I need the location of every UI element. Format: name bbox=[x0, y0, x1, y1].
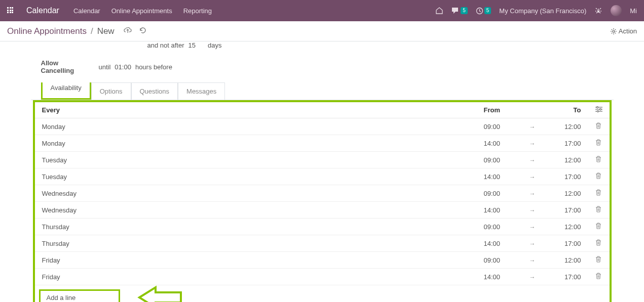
debug-icon[interactable] bbox=[594, 7, 602, 15]
trash-icon[interactable] bbox=[595, 190, 601, 197]
trash-icon[interactable] bbox=[595, 240, 601, 247]
cell-to[interactable]: 17:00 bbox=[543, 235, 588, 252]
not-after-value[interactable]: 15 bbox=[188, 41, 196, 49]
breadcrumb-parent[interactable]: Online Appointments bbox=[7, 26, 87, 36]
apps-icon[interactable] bbox=[7, 7, 14, 14]
action-menu[interactable]: Action bbox=[611, 27, 637, 35]
not-after-prefix: and not after bbox=[147, 41, 184, 49]
table-row[interactable]: Thursday14:00→17:00 bbox=[35, 235, 610, 252]
avatar[interactable] bbox=[611, 5, 622, 16]
table-row[interactable]: Tuesday14:00→17:00 bbox=[35, 168, 610, 185]
delete-row-button[interactable] bbox=[588, 185, 610, 202]
cell-from[interactable]: 09:00 bbox=[477, 152, 522, 168]
tray-icon[interactable] bbox=[435, 7, 443, 14]
cell-to[interactable]: 12:00 bbox=[543, 219, 588, 235]
tabs: Availability Options Questions Messages bbox=[31, 82, 614, 100]
trash-icon[interactable] bbox=[595, 173, 601, 181]
cloud-save-icon[interactable] bbox=[124, 26, 132, 36]
cell-day[interactable]: Wednesday bbox=[35, 185, 477, 202]
cell-to[interactable]: 12:00 bbox=[543, 152, 588, 168]
delete-row-button[interactable] bbox=[588, 202, 610, 219]
arrow-icon: → bbox=[522, 269, 543, 285]
col-to-header[interactable]: To bbox=[543, 102, 588, 118]
cancel-value[interactable]: 01:00 bbox=[115, 63, 131, 71]
table-row[interactable]: Monday09:00→12:00 bbox=[35, 118, 610, 135]
cell-to[interactable]: 12:00 bbox=[543, 252, 588, 269]
table-row[interactable]: Thursday09:00→12:00 bbox=[35, 219, 610, 235]
add-line-button[interactable]: Add a line bbox=[47, 294, 76, 301]
cell-day[interactable]: Wednesday bbox=[35, 202, 477, 219]
tab-availability[interactable]: Availability bbox=[43, 79, 90, 96]
table-row[interactable]: Wednesday09:00→12:00 bbox=[35, 185, 610, 202]
cell-from[interactable]: 14:00 bbox=[477, 235, 522, 252]
trash-icon[interactable] bbox=[595, 206, 601, 214]
table-row[interactable]: Friday09:00→12:00 bbox=[35, 252, 610, 269]
delete-row-button[interactable] bbox=[588, 252, 610, 269]
action-label: Action bbox=[619, 27, 637, 35]
cell-day[interactable]: Monday bbox=[35, 135, 477, 152]
table-row[interactable]: Friday14:00→17:00 bbox=[35, 269, 610, 285]
trash-icon[interactable] bbox=[595, 123, 601, 131]
brand-title[interactable]: Calendar bbox=[26, 6, 59, 15]
cell-to[interactable]: 17:00 bbox=[543, 202, 588, 219]
col-every-header[interactable]: Every bbox=[35, 102, 477, 118]
cell-from[interactable]: 14:00 bbox=[477, 202, 522, 219]
col-from-header[interactable]: From bbox=[477, 102, 522, 118]
cell-from[interactable]: 09:00 bbox=[477, 252, 522, 269]
trash-icon[interactable] bbox=[595, 223, 601, 231]
nav-online-appointments[interactable]: Online Appointments bbox=[111, 7, 172, 15]
cell-from[interactable]: 14:00 bbox=[477, 269, 522, 285]
cell-day[interactable]: Tuesday bbox=[35, 168, 477, 185]
table-row[interactable]: Tuesday09:00→12:00 bbox=[35, 152, 610, 168]
delete-row-button[interactable] bbox=[588, 168, 610, 185]
trash-icon[interactable] bbox=[595, 273, 601, 281]
svg-point-4 bbox=[597, 110, 598, 112]
messages-icon[interactable]: 5 bbox=[451, 7, 468, 14]
cell-to[interactable]: 17:00 bbox=[543, 135, 588, 152]
trash-icon[interactable] bbox=[595, 140, 601, 147]
table-row[interactable]: Wednesday14:00→17:00 bbox=[35, 202, 610, 219]
cell-day[interactable]: Friday bbox=[35, 252, 477, 269]
delete-row-button[interactable] bbox=[588, 235, 610, 252]
cell-from[interactable]: 09:00 bbox=[477, 118, 522, 135]
delete-row-button[interactable] bbox=[588, 152, 610, 168]
cell-day[interactable]: Monday bbox=[35, 118, 477, 135]
cell-to[interactable]: 12:00 bbox=[543, 185, 588, 202]
nav-calendar[interactable]: Calendar bbox=[73, 7, 100, 15]
cell-from[interactable]: 09:00 bbox=[477, 185, 522, 202]
nav-reporting[interactable]: Reporting bbox=[183, 7, 212, 15]
cell-from[interactable]: 14:00 bbox=[477, 168, 522, 185]
cell-day[interactable]: Thursday bbox=[35, 235, 477, 252]
arrow-icon: → bbox=[522, 202, 543, 219]
delete-row-button[interactable] bbox=[588, 135, 610, 152]
cell-day[interactable]: Tuesday bbox=[35, 152, 477, 168]
trash-icon[interactable] bbox=[595, 156, 601, 164]
delete-row-button[interactable] bbox=[588, 219, 610, 235]
company-selector[interactable]: My Company (San Francisco) bbox=[499, 7, 586, 15]
tab-messages[interactable]: Messages bbox=[178, 82, 225, 100]
tab-availability-highlight: Availability bbox=[41, 82, 91, 100]
trash-icon[interactable] bbox=[595, 256, 601, 264]
table-settings-icon[interactable] bbox=[595, 106, 602, 114]
cell-to[interactable]: 17:00 bbox=[543, 168, 588, 185]
cancel-prefix: until bbox=[99, 63, 111, 71]
cell-from[interactable]: 14:00 bbox=[477, 135, 522, 152]
discard-icon[interactable] bbox=[139, 26, 146, 36]
tab-questions[interactable]: Questions bbox=[131, 82, 178, 100]
tab-options[interactable]: Options bbox=[91, 82, 131, 100]
nav-links: Calendar Online Appointments Reporting bbox=[73, 7, 212, 15]
cell-to[interactable]: 17:00 bbox=[543, 269, 588, 285]
table-row[interactable]: Monday14:00→17:00 bbox=[35, 135, 610, 152]
breadcrumb: Online Appointments / New bbox=[7, 26, 146, 36]
cell-day[interactable]: Friday bbox=[35, 269, 477, 285]
arrow-icon: → bbox=[522, 118, 543, 135]
arrow-icon: → bbox=[522, 152, 543, 168]
delete-row-button[interactable] bbox=[588, 118, 610, 135]
not-after-row: and not after 15 days bbox=[41, 41, 603, 49]
cell-to[interactable]: 12:00 bbox=[543, 118, 588, 135]
cell-from[interactable]: 09:00 bbox=[477, 219, 522, 235]
delete-row-button[interactable] bbox=[588, 269, 610, 285]
activities-icon[interactable]: 5 bbox=[476, 7, 491, 15]
user-short[interactable]: Mi bbox=[630, 7, 637, 15]
cell-day[interactable]: Thursday bbox=[35, 219, 477, 235]
